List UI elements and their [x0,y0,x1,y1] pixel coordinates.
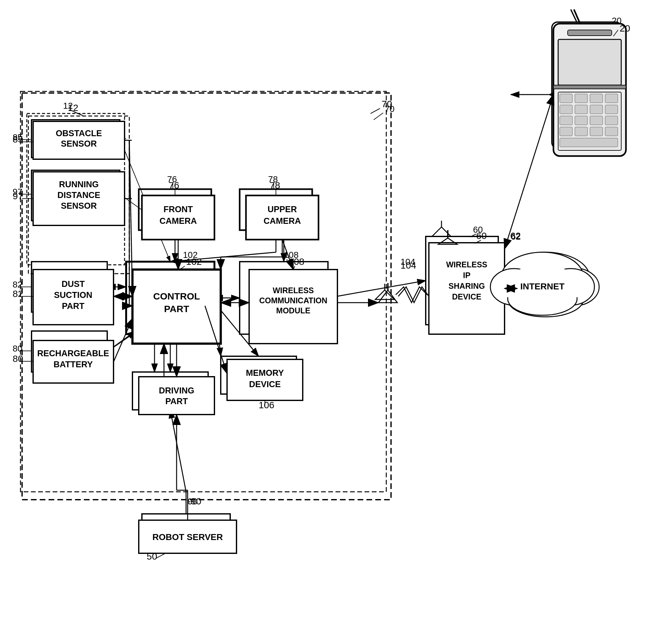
svg-text:DEVICE: DEVICE [243,375,274,384]
svg-line-28 [571,9,577,23]
svg-text:BATTERY: BATTERY [51,350,88,360]
svg-point-16 [565,111,570,116]
svg-point-17 [578,111,583,116]
svg-point-21 [578,120,583,126]
svg-text:60: 60 [473,225,483,235]
svg-text:UPPER: UPPER [262,197,290,207]
svg-line-36 [374,113,383,120]
svg-text:INTERNET: INTERNET [524,279,568,289]
svg-line-133 [107,334,132,351]
svg-text:108: 108 [284,250,299,260]
svg-text:CAMERA: CAMERA [258,208,294,218]
svg-text:80: 80 [12,344,23,353]
svg-text:OBSTACLE: OBSTACLE [53,127,98,136]
svg-point-9 [578,92,583,97]
svg-point-23 [603,120,608,126]
svg-text:106: 106 [252,392,267,402]
svg-point-14 [590,102,595,107]
svg-point-26 [590,130,595,135]
svg-point-13 [578,102,583,107]
svg-point-8 [565,92,570,97]
svg-text:104: 104 [401,257,415,267]
svg-text:RUNNING: RUNNING [57,178,95,187]
svg-text:ROBOT SERVER: ROBOT SERVER [151,525,222,535]
svg-point-22 [590,120,595,126]
diagram-svg: 20 12 70 OBSTACLE SENSOR 85 RUNNING DIST… [0,0,672,622]
svg-point-15 [603,102,608,107]
svg-line-124 [328,281,426,298]
svg-text:RECHARGEABLE: RECHARGEABLE [35,339,104,349]
svg-rect-3 [555,79,618,142]
svg-text:78: 78 [268,174,278,184]
svg-text:62: 62 [511,232,520,241]
svg-point-12 [565,102,570,107]
svg-marker-125 [375,290,394,300]
svg-point-19 [603,111,608,116]
svg-text:CAMERA: CAMERA [157,208,193,218]
svg-text:SENSOR: SENSOR [58,137,93,147]
svg-line-34 [69,110,82,115]
svg-point-5 [578,82,583,88]
svg-line-108 [158,545,167,551]
svg-text:50: 50 [150,545,160,554]
svg-text:IP: IP [459,265,466,273]
svg-point-25 [578,130,583,135]
svg-point-10 [590,92,595,97]
svg-text:DUST: DUST [58,271,81,280]
svg-text:SENSOR: SENSOR [58,198,93,207]
svg-text:PART: PART [59,291,80,300]
svg-point-20 [565,120,570,126]
svg-text:MODULE: MODULE [267,296,300,305]
svg-point-27 [603,130,608,135]
svg-text:DEVICE: DEVICE [448,285,476,293]
svg-text:CONTROL: CONTROL [148,282,192,292]
svg-text:PART: PART [160,391,181,400]
svg-text:COMMUNICATION: COMMUNICATION [251,286,316,294]
svg-text:12: 12 [63,101,73,111]
svg-line-29 [596,25,609,32]
svg-point-6 [590,82,595,88]
diagram: 20 12 70 OBSTACLE SENSOR 85 RUNNING DIST… [0,0,672,622]
svg-text:MEMORY: MEMORY [240,365,277,374]
svg-text:70: 70 [385,104,395,114]
svg-point-18 [590,111,595,116]
ref-20: 20 [612,16,621,26]
svg-text:PART: PART [159,295,182,305]
svg-text:76: 76 [167,174,177,184]
svg-text:90: 90 [188,496,197,506]
svg-point-11 [603,92,608,97]
svg-text:97: 97 [12,187,23,197]
svg-text:WIRELESS: WIRELESS [264,275,303,284]
svg-text:FRONT: FRONT [161,197,189,207]
svg-text:WIRELESS: WIRELESS [442,255,481,263]
svg-line-129 [170,410,186,492]
svg-text:82: 82 [12,280,23,289]
svg-text:85: 85 [12,132,23,142]
svg-text:102: 102 [183,250,198,260]
svg-point-7 [603,82,608,88]
svg-rect-2 [558,36,615,74]
svg-text:SHARING: SHARING [445,275,480,283]
svg-text:DRIVING: DRIVING [153,380,187,390]
svg-point-24 [565,130,570,135]
svg-point-4 [565,82,570,88]
svg-text:DISTANCE: DISTANCE [55,188,97,197]
svg-text:SUCTION: SUCTION [51,281,88,290]
svg-marker-95 [432,227,451,236]
